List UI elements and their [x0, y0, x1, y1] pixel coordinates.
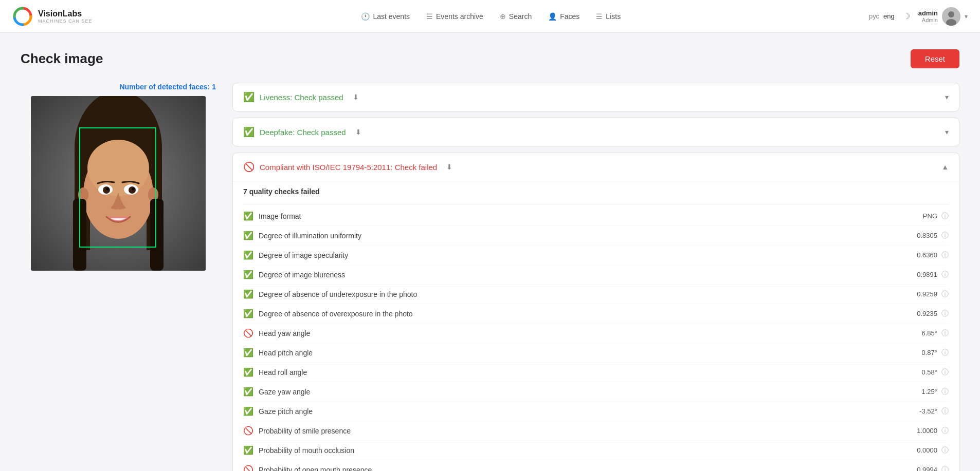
nav-search[interactable]: ⊕ Search	[500, 12, 532, 21]
image-format-info-icon[interactable]: ⓘ	[941, 212, 949, 221]
image-specularity-status-icon: ✅	[243, 250, 253, 260]
iso-chevron-icon: ▲	[941, 163, 949, 171]
face-image-container	[31, 96, 206, 271]
check-row-overexposure: ✅ Degree of absence of overexposure in t…	[243, 304, 949, 324]
liveness-download-icon[interactable]: ⬇	[353, 93, 359, 101]
check-row-gaze-yaw: ✅ Gaze yaw angle 1.25° ⓘ	[243, 382, 949, 402]
open-mouth-value: 0.9994	[917, 466, 937, 471]
right-panel: ✅ Liveness: Check passed ⬇ ▾ ✅ Deepfake:…	[232, 83, 959, 471]
svg-rect-20	[150, 199, 164, 271]
overexposure-info-icon[interactable]: ⓘ	[941, 309, 949, 318]
svg-point-13	[103, 186, 110, 194]
liveness-card: ✅ Liveness: Check passed ⬇ ▾	[232, 83, 959, 111]
head-pitch-info-icon[interactable]: ⓘ	[941, 348, 949, 357]
menu-icon: ☰	[596, 12, 603, 21]
content-area: Number of detected faces: 1	[21, 83, 959, 471]
gaze-pitch-info-icon[interactable]: ⓘ	[941, 407, 949, 416]
deepfake-card: ✅ Deepfake: Check passed ⬇ ▾	[232, 118, 959, 146]
gaze-yaw-label: Gaze yaw angle	[259, 388, 310, 396]
list-icon: ☰	[426, 12, 433, 21]
reset-button[interactable]: Reset	[911, 49, 959, 68]
logo-text: VisionLabs MACHINES CAN SEE	[38, 9, 93, 24]
check-row-head-roll: ✅ Head roll angle 0.58° ⓘ	[243, 363, 949, 382]
deepfake-download-icon[interactable]: ⬇	[355, 128, 361, 136]
open-mouth-info-icon[interactable]: ⓘ	[941, 465, 949, 472]
iso-title: Compliant with ISO/IEC 19794-5:2011: Che…	[260, 163, 437, 172]
check-row-smile: 🚫 Probability of smile presence 1.0000 ⓘ	[243, 421, 949, 441]
svg-point-16	[132, 188, 135, 191]
underexposure-label: Degree of absence of underexposure in th…	[259, 290, 417, 298]
mouth-occlusion-status-icon: ✅	[243, 445, 253, 455]
gaze-pitch-value: -3.52°	[919, 407, 937, 415]
head-yaw-status-icon: 🚫	[243, 328, 253, 338]
nav-last-events[interactable]: 🕐 Last events	[361, 12, 410, 21]
nav-lists[interactable]: ☰ Lists	[596, 12, 621, 21]
head-yaw-info-icon[interactable]: ⓘ	[941, 329, 949, 338]
image-format-status-icon: ✅	[243, 211, 253, 221]
svg-point-14	[129, 186, 136, 194]
illum-uniformity-status-icon: ✅	[243, 231, 253, 240]
logo-sub: MACHINES CAN SEE	[38, 18, 93, 24]
head-roll-label: Head roll angle	[259, 368, 307, 376]
liveness-title: Liveness: Check passed	[260, 93, 343, 102]
head-roll-value: 0.58°	[921, 368, 937, 376]
check-row-image-specularity: ✅ Degree of image specularity 0.6360 ⓘ	[243, 246, 949, 265]
check-row-illum-uniformity: ✅ Degree of illumination uniformity 0.83…	[243, 226, 949, 246]
iso-download-icon[interactable]: ⬇	[446, 163, 452, 171]
lang-eng[interactable]: eng	[883, 12, 895, 20]
mouth-occlusion-info-icon[interactable]: ⓘ	[941, 446, 949, 455]
head-roll-info-icon[interactable]: ⓘ	[941, 368, 949, 377]
deepfake-chevron-icon: ▾	[945, 128, 949, 136]
smile-info-icon[interactable]: ⓘ	[941, 426, 949, 436]
check-row-head-pitch: ✅ Head pitch angle 0.87° ⓘ	[243, 343, 949, 363]
lang-ru[interactable]: рус	[869, 12, 879, 20]
smile-status-icon: 🚫	[243, 426, 253, 436]
detected-faces-label: Number of detected faces: 1	[21, 83, 216, 91]
underexposure-value: 0.9259	[917, 290, 937, 298]
iso-card-body: 7 quality checks failed ✅ Image format P…	[233, 181, 959, 471]
iso-card-header[interactable]: 🚫 Compliant with ISO/IEC 19794-5:2011: C…	[233, 153, 959, 181]
head-roll-status-icon: ✅	[243, 367, 253, 377]
check-row-image-blureness: ✅ Degree of image blureness 0.9891 ⓘ	[243, 265, 949, 285]
open-mouth-label: Probability of open mouth presence	[259, 466, 372, 472]
overexposure-status-icon: ✅	[243, 309, 253, 318]
check-row-open-mouth: 🚫 Probability of open mouth presence 0.9…	[243, 460, 949, 471]
main-content: Check image Reset Number of detected fac…	[0, 33, 980, 471]
deepfake-card-header[interactable]: ✅ Deepfake: Check passed ⬇ ▾	[233, 118, 959, 146]
header: VisionLabs MACHINES CAN SEE 🕐 Last event…	[0, 0, 980, 33]
logo[interactable]: VisionLabs MACHINES CAN SEE	[12, 6, 93, 27]
liveness-card-header[interactable]: ✅ Liveness: Check passed ⬇ ▾	[233, 83, 959, 111]
gaze-yaw-info-icon[interactable]: ⓘ	[941, 387, 949, 397]
image-specularity-info-icon[interactable]: ⓘ	[941, 251, 949, 260]
theme-toggle-icon[interactable]: ☽	[903, 11, 910, 21]
check-row-gaze-pitch: ✅ Gaze pitch angle -3.52° ⓘ	[243, 402, 949, 421]
image-blureness-label: Degree of image blureness	[259, 271, 345, 279]
left-panel: Number of detected faces: 1	[21, 83, 216, 271]
logo-name: VisionLabs	[38, 9, 93, 18]
deepfake-title: Deepfake: Check passed	[260, 128, 346, 137]
check-row-mouth-occlusion: ✅ Probability of mouth occlusion 0.0000 …	[243, 441, 949, 460]
image-blureness-info-icon[interactable]: ⓘ	[941, 270, 949, 279]
iso-card: 🚫 Compliant with ISO/IEC 19794-5:2011: C…	[232, 153, 959, 471]
svg-point-10	[87, 140, 149, 196]
underexposure-info-icon[interactable]: ⓘ	[941, 290, 949, 299]
image-specularity-value: 0.6360	[917, 251, 937, 259]
illum-uniformity-label: Degree of illumination uniformity	[259, 232, 361, 240]
head-yaw-label: Head yaw angle	[259, 329, 310, 337]
logo-icon	[12, 6, 33, 27]
image-format-label: Image format	[259, 212, 301, 220]
detected-count-value: 1	[212, 83, 216, 91]
overexposure-label: Degree of absence of overexposure in the…	[259, 310, 413, 318]
gaze-pitch-label: Gaze pitch angle	[259, 407, 313, 416]
nav-events-archive[interactable]: ☰ Events archive	[426, 12, 483, 21]
nav-faces[interactable]: 👤 Faces	[548, 12, 579, 21]
user-menu[interactable]: admin Admin ▾	[918, 7, 968, 26]
gaze-yaw-status-icon: ✅	[243, 387, 253, 397]
illum-uniformity-info-icon[interactable]: ⓘ	[941, 231, 949, 240]
image-blureness-status-icon: ✅	[243, 270, 253, 279]
person-icon: 👤	[548, 12, 557, 21]
check-rows: ✅ Image format PNG ⓘ ✅ Degree of illumin…	[243, 206, 949, 471]
svg-point-15	[106, 188, 109, 191]
underexposure-status-icon: ✅	[243, 289, 253, 299]
image-format-value: PNG	[923, 212, 937, 220]
